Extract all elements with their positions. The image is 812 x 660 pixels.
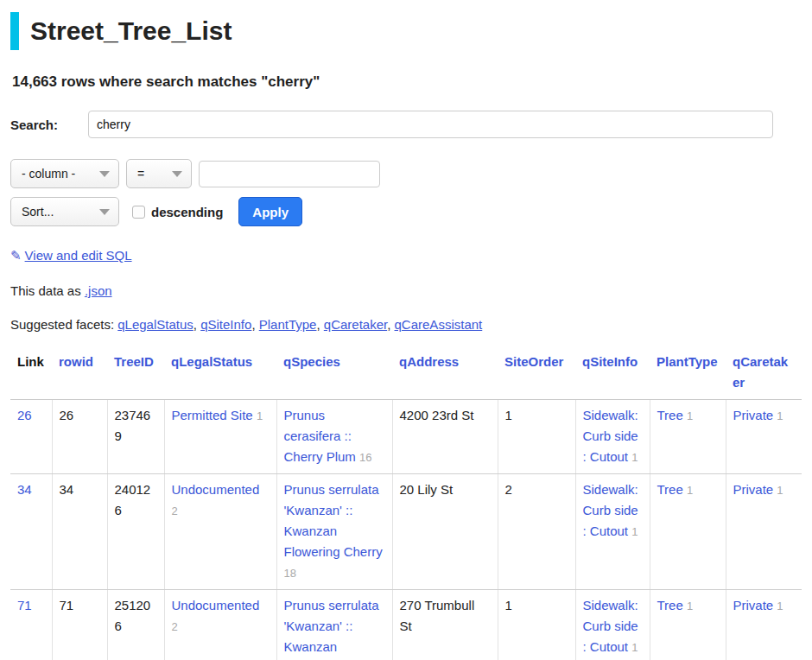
cell-qsiteinfo-link[interactable]: Sidewalk: Curb side : Cutout [583, 598, 638, 654]
page-header: Street_Tree_List [10, 12, 802, 50]
facet-link-qlegalstatus[interactable]: qLegalStatus [117, 317, 193, 332]
cell-rowid: 26 [52, 400, 107, 474]
chevron-down-icon [99, 171, 110, 177]
column-header-siteorder[interactable]: SiteOrder [504, 354, 563, 369]
filter-operator-select[interactable]: = [126, 159, 192, 188]
facet-count: 1 [777, 409, 783, 422]
cell-qcaretaker-link[interactable]: Private [733, 482, 774, 497]
facet-count: 18 [284, 567, 296, 580]
facet-separator: , [251, 317, 258, 332]
cell-qaddress: 20 Lily St [392, 474, 498, 590]
table-row: 26 26 237469 Permitted Site 1 Prunus cer… [10, 400, 802, 474]
cell-qsiteinfo-link[interactable]: Sidewalk: Curb side : Cutout [583, 408, 638, 464]
cell-qspecies-link[interactable]: Prunus cerasifera :: Cherry Plum [284, 408, 356, 464]
cell-siteorder: 2 [498, 474, 575, 590]
facet-count: 1 [257, 409, 263, 422]
cell-qaddress: 270 Trumbull St [392, 590, 498, 660]
cell-qcaretaker-link[interactable]: Private [733, 408, 774, 422]
facet-count: 1 [777, 600, 783, 612]
sort-row: Sort... descending Apply [10, 197, 802, 226]
column-header-link: Link [10, 346, 52, 400]
facet-link-qcaretaker[interactable]: qCaretaker [324, 317, 387, 332]
search-row: Search: [10, 111, 802, 138]
cell-qspecies-link[interactable]: Prunus serrulata 'Kwanzan' :: Kwanzan Fl… [284, 482, 383, 559]
filter-column-selected-value: - column - [22, 167, 91, 181]
sql-row: ✎View and edit SQL [10, 248, 802, 263]
column-header-rowid[interactable]: rowid [59, 354, 93, 369]
cell-qlegalstatus-link[interactable]: Undocumented [172, 482, 260, 497]
descending-checkbox[interactable] [132, 206, 145, 219]
facet-count: 2 [172, 620, 178, 633]
facet-link-qcareassistant[interactable]: qCareAssistant [395, 317, 483, 332]
search-label: Search: [10, 117, 88, 132]
filter-value-input[interactable] [199, 161, 380, 187]
filter-row: - column - = [10, 159, 802, 188]
column-header-qspecies[interactable]: qSpecies [283, 354, 340, 369]
facet-link-planttype[interactable]: PlantType [259, 317, 317, 332]
view-edit-sql-link[interactable]: View and edit SQL [25, 248, 132, 263]
row-link[interactable]: 26 [17, 408, 32, 422]
facet-count: 2 [172, 505, 178, 517]
chevron-down-icon [99, 209, 110, 215]
cell-siteorder: 1 [498, 400, 575, 474]
chevron-down-icon [172, 171, 182, 177]
facet-separator: , [193, 317, 200, 332]
column-header-qaddress[interactable]: qAddress [399, 354, 459, 369]
row-link[interactable]: 34 [17, 482, 32, 497]
facet-count: 1 [631, 641, 638, 654]
data-as-prefix: This data as [10, 283, 85, 298]
cell-qlegalstatus-link[interactable]: Undocumented [172, 598, 260, 612]
cell-rowid: 34 [52, 474, 107, 590]
search-input[interactable] [88, 111, 773, 138]
facet-count: 1 [631, 451, 638, 464]
cell-treeid: 251206 [107, 590, 164, 660]
filter-column-select[interactable]: - column - [10, 159, 119, 188]
page: Street_Tree_List 14,663 rows where searc… [0, 0, 812, 660]
facet-count: 1 [687, 484, 693, 497]
cell-planttype-link[interactable]: Tree [657, 408, 683, 422]
facet-separator: , [387, 317, 394, 332]
cell-siteorder: 1 [498, 590, 575, 660]
pencil-icon: ✎ [10, 248, 22, 263]
facet-count: 1 [631, 525, 638, 538]
column-header-qcaretaker[interactable]: qCaretaker [733, 354, 788, 390]
column-header-planttype[interactable]: PlantType [657, 354, 718, 369]
cell-qaddress: 4200 23rd St [392, 400, 498, 474]
sort-selected-value: Sort... [22, 205, 91, 219]
table-header-row: Link rowid TreeID qLegalStatus qSpecies … [10, 346, 802, 400]
facet-separator: , [316, 317, 323, 332]
results-table: Link rowid TreeID qLegalStatus qSpecies … [10, 346, 802, 660]
facet-count: 16 [359, 451, 371, 464]
cell-treeid: 237469 [107, 400, 164, 474]
facets-prefix: Suggested facets: [10, 317, 117, 332]
row-count-summary: 14,663 rows where search matches "cherry… [12, 73, 802, 91]
data-as-row: This data as .json [10, 283, 802, 298]
suggested-facets-row: Suggested facets: qLegalStatus, qSiteInf… [10, 317, 802, 332]
cell-planttype-link[interactable]: Tree [657, 482, 683, 497]
column-header-qlegalstatus[interactable]: qLegalStatus [171, 354, 252, 369]
row-link[interactable]: 71 [17, 598, 32, 612]
cell-qcaretaker-link[interactable]: Private [733, 598, 774, 612]
table-row: 71 71 251206 Undocumented 2 Prunus serru… [10, 590, 802, 660]
cell-treeid: 240126 [107, 474, 164, 590]
column-header-treeid[interactable]: TreeID [114, 354, 154, 369]
cell-qsiteinfo-link[interactable]: Sidewalk: Curb side : Cutout [583, 482, 638, 538]
facet-count: 1 [687, 409, 693, 422]
cell-rowid: 71 [52, 590, 107, 660]
sort-select[interactable]: Sort... [10, 197, 119, 226]
facet-link-qsiteinfo[interactable]: qSiteInfo [200, 317, 251, 332]
apply-button[interactable]: Apply [238, 197, 302, 226]
page-title: Street_Tree_List [30, 16, 802, 46]
column-header-qsiteinfo[interactable]: qSiteInfo [582, 354, 638, 369]
table-row: 34 34 240126 Undocumented 2 Prunus serru… [10, 474, 802, 590]
cell-qspecies-link[interactable]: Prunus serrulata 'Kwanzan' :: Kwanzan Fl… [284, 598, 383, 660]
cell-planttype-link[interactable]: Tree [657, 598, 683, 612]
facet-count: 1 [777, 484, 783, 497]
facet-count: 1 [687, 600, 693, 612]
cell-qlegalstatus-link[interactable]: Permitted Site [172, 408, 253, 422]
descending-label: descending [151, 205, 223, 219]
filter-operator-selected-value: = [137, 167, 163, 181]
json-link[interactable]: .json [85, 283, 112, 298]
